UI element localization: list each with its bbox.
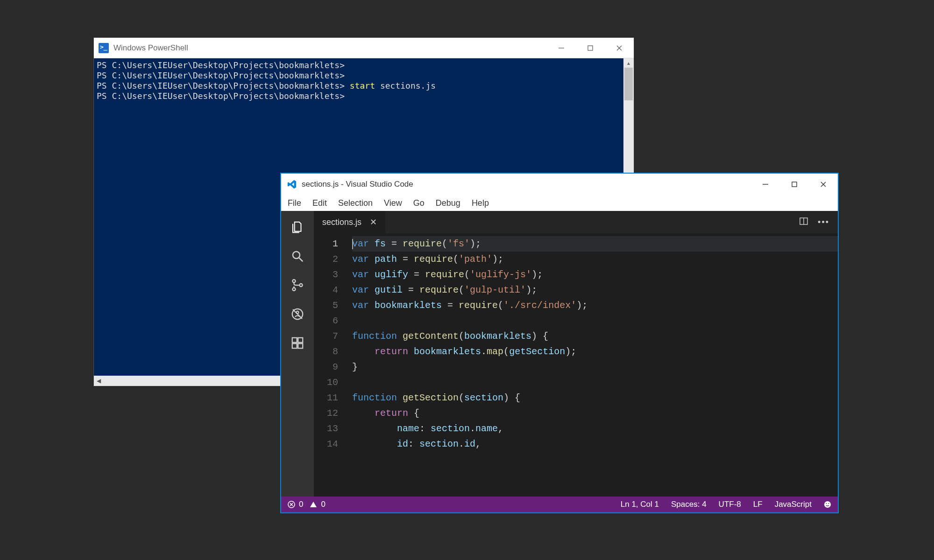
powershell-titlebar[interactable]: Windows PowerShell bbox=[94, 38, 634, 58]
line-gutter: 1234567891011121314 bbox=[314, 233, 347, 497]
powershell-title: Windows PowerShell bbox=[113, 43, 547, 53]
code-line[interactable] bbox=[352, 375, 838, 390]
svg-rect-5 bbox=[792, 182, 797, 187]
menu-debug[interactable]: Debug bbox=[436, 198, 460, 208]
code-line[interactable]: var uglify = require('uglify-js'); bbox=[352, 267, 838, 282]
svg-rect-17 bbox=[298, 338, 303, 343]
terminal-line: PS C:\Users\IEUser\Desktop\Projects\book… bbox=[97, 60, 631, 70]
code-line[interactable]: name: section.name, bbox=[352, 421, 838, 436]
vscode-title: sections.js - Visual Studio Code bbox=[302, 180, 751, 189]
svg-rect-19 bbox=[298, 343, 303, 348]
menu-help[interactable]: Help bbox=[472, 198, 489, 208]
split-editor-icon[interactable] bbox=[799, 217, 808, 228]
close-button[interactable] bbox=[809, 174, 838, 195]
code-line[interactable]: var gutil = require('gulp-util'); bbox=[352, 282, 838, 298]
terminal-line: PS C:\Users\IEUser\Desktop\Projects\book… bbox=[97, 70, 631, 81]
error-icon[interactable] bbox=[288, 501, 295, 508]
status-bar: 0 0 Ln 1, Col 1 Spaces: 4 UTF-8 LF JavaS… bbox=[281, 497, 838, 512]
terminal-line: PS C:\Users\IEUser\Desktop\Projects\book… bbox=[97, 81, 631, 91]
svg-point-8 bbox=[293, 252, 300, 259]
code-area[interactable]: var fs = require('fs');var path = requir… bbox=[347, 233, 838, 497]
code-line[interactable]: return { bbox=[352, 406, 838, 421]
code-line[interactable]: var bookmarklets = require('./src/index'… bbox=[352, 298, 838, 313]
menu-edit[interactable]: Edit bbox=[312, 198, 327, 208]
menu-selection[interactable]: Selection bbox=[338, 198, 373, 208]
cursor-position[interactable]: Ln 1, Col 1 bbox=[621, 500, 659, 509]
menu-file[interactable]: File bbox=[288, 198, 301, 208]
scroll-left-icon[interactable]: ◀ bbox=[94, 376, 103, 386]
code-line[interactable]: id: section.id, bbox=[352, 436, 838, 452]
code-line[interactable] bbox=[352, 313, 838, 329]
svg-rect-16 bbox=[292, 338, 297, 343]
source-control-icon[interactable] bbox=[290, 277, 305, 293]
close-icon[interactable]: ✕ bbox=[370, 217, 377, 227]
svg-point-26 bbox=[826, 503, 827, 504]
code-line[interactable]: var fs = require('fs'); bbox=[352, 236, 838, 252]
svg-rect-18 bbox=[292, 343, 297, 348]
code-line[interactable]: var path = require('path'); bbox=[352, 252, 838, 267]
warning-icon[interactable] bbox=[310, 501, 317, 508]
svg-point-25 bbox=[824, 501, 831, 508]
editor[interactable]: 1234567891011121314 var fs = require('fs… bbox=[314, 233, 838, 497]
menu-go[interactable]: Go bbox=[413, 198, 425, 208]
maximize-button[interactable] bbox=[576, 38, 605, 58]
terminal-line: PS C:\Users\IEUser\Desktop\Projects\book… bbox=[97, 91, 631, 101]
scrollbar-thumb[interactable] bbox=[624, 68, 633, 100]
code-line[interactable]: } bbox=[352, 359, 838, 375]
editor-tabs: sections.js ✕ ••• bbox=[314, 211, 838, 233]
indentation[interactable]: Spaces: 4 bbox=[671, 500, 707, 509]
svg-line-9 bbox=[299, 258, 303, 262]
svg-point-27 bbox=[828, 503, 829, 504]
menu-view[interactable]: View bbox=[384, 198, 402, 208]
minimize-button[interactable] bbox=[547, 38, 576, 58]
debug-icon[interactable] bbox=[290, 306, 305, 322]
close-button[interactable] bbox=[605, 38, 634, 58]
vscode-menubar: FileEditSelectionViewGoDebugHelp bbox=[281, 195, 838, 211]
minimize-button[interactable] bbox=[751, 174, 780, 195]
error-count[interactable]: 0 bbox=[299, 500, 303, 509]
feedback-smile-icon[interactable] bbox=[824, 501, 831, 508]
files-icon[interactable] bbox=[290, 219, 305, 235]
scroll-up-icon[interactable]: ▲ bbox=[623, 58, 634, 68]
code-line[interactable]: function getContent(bookmarklets) { bbox=[352, 329, 838, 344]
svg-point-10 bbox=[292, 280, 295, 282]
warning-count[interactable]: 0 bbox=[321, 500, 325, 509]
search-icon[interactable] bbox=[290, 248, 305, 264]
tab-label: sections.js bbox=[322, 217, 361, 227]
maximize-button[interactable] bbox=[780, 174, 809, 195]
svg-point-12 bbox=[299, 284, 302, 287]
code-line[interactable]: return bookmarklets.map(getSection); bbox=[352, 344, 838, 359]
code-line[interactable]: function getSection(section) { bbox=[352, 390, 838, 406]
vscode-window: sections.js - Visual Studio Code FileEdi… bbox=[280, 173, 839, 513]
vscode-titlebar[interactable]: sections.js - Visual Studio Code bbox=[281, 174, 838, 195]
encoding[interactable]: UTF-8 bbox=[719, 500, 741, 509]
tab-sections-js[interactable]: sections.js ✕ bbox=[314, 211, 386, 233]
vscode-logo-icon bbox=[287, 179, 297, 189]
svg-point-11 bbox=[292, 288, 295, 291]
extensions-icon[interactable] bbox=[290, 335, 305, 351]
powershell-icon bbox=[99, 43, 109, 53]
language-mode[interactable]: JavaScript bbox=[775, 500, 812, 509]
more-icon[interactable]: ••• bbox=[818, 217, 829, 227]
activity-bar bbox=[281, 211, 314, 497]
eol[interactable]: LF bbox=[753, 500, 763, 509]
svg-rect-1 bbox=[588, 46, 593, 50]
